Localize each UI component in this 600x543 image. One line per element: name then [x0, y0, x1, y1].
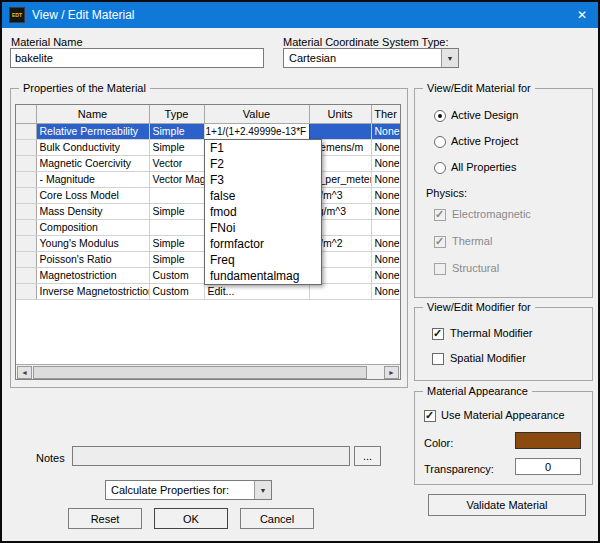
cell-name[interactable]: - Magnitude — [36, 171, 149, 187]
cell-name[interactable]: Poisson's Ratio — [36, 251, 149, 267]
row-selector[interactable] — [16, 251, 36, 267]
transparency-label: Transparency: — [424, 463, 494, 476]
checkbox-thermal-modifier[interactable] — [432, 328, 444, 340]
cell-type[interactable]: Simple — [149, 139, 204, 155]
autocomplete-item[interactable]: Freq — [205, 252, 321, 268]
autocomplete-item[interactable]: FNoi — [205, 220, 321, 236]
cell-thermal[interactable] — [371, 219, 400, 235]
color-swatch-button[interactable] — [515, 432, 581, 449]
validate-material-button[interactable]: Validate Material — [428, 494, 586, 516]
row-selector[interactable] — [16, 267, 36, 283]
col-header-units[interactable]: Units — [309, 105, 371, 123]
row-selector[interactable] — [16, 123, 36, 139]
autocomplete-item[interactable]: F2 — [205, 156, 321, 172]
cell-thermal[interactable]: None — [371, 155, 400, 171]
cell-thermal[interactable]: None — [371, 203, 400, 219]
row-selector[interactable] — [16, 155, 36, 171]
chevron-down-icon[interactable]: ▼ — [254, 481, 271, 499]
expression-autocomplete-list: F1 F2 F3 false fmod FNoi formfactor Freq… — [204, 139, 322, 285]
ok-button[interactable]: OK — [154, 508, 228, 529]
cell-name[interactable]: Bulk Conductivity — [36, 139, 149, 155]
cell-thermal[interactable]: None — [371, 139, 400, 155]
title-bar[interactable]: EDT View / Edit Material ✕ — [2, 2, 598, 28]
cell-name[interactable]: Relative Permeability — [36, 123, 149, 139]
cell-name[interactable]: Young's Modulus — [36, 235, 149, 251]
radio-active-design[interactable] — [434, 110, 446, 122]
checkbox-use-material-appearance-label[interactable]: Use Material Appearance — [441, 409, 565, 422]
app-icon: EDT — [9, 7, 25, 23]
cell-type[interactable]: Simple — [149, 203, 204, 219]
row-selector[interactable] — [16, 187, 36, 203]
table-row[interactable]: Relative Permeability Simple 1+1/(1+2.49… — [16, 123, 400, 139]
chevron-down-icon[interactable]: ▼ — [441, 49, 458, 67]
reset-button[interactable]: Reset — [68, 508, 142, 529]
col-header-thermal[interactable]: Ther — [371, 105, 400, 123]
cell-thermal[interactable]: None — [371, 267, 400, 283]
cell-type[interactable] — [149, 187, 204, 203]
notes-browse-button[interactable]: ... — [354, 446, 381, 466]
table-header-row: Name Type Value Units Ther — [16, 105, 400, 123]
transparency-button[interactable]: 0 — [515, 458, 581, 475]
radio-active-design-label[interactable]: Active Design — [451, 109, 518, 122]
row-selector[interactable] — [16, 219, 36, 235]
checkbox-thermal-modifier-label[interactable]: Thermal Modifier — [450, 327, 533, 340]
cell-type[interactable]: Custom — [149, 283, 204, 299]
checkbox-structural-label: Structural — [452, 262, 499, 275]
row-selector[interactable] — [16, 203, 36, 219]
cell-name[interactable]: Composition — [36, 219, 149, 235]
scrollbar-thumb[interactable] — [33, 366, 367, 379]
cell-thermal[interactable]: None — [371, 187, 400, 203]
radio-active-project[interactable] — [434, 136, 446, 148]
cell-units[interactable] — [309, 123, 371, 139]
autocomplete-item[interactable]: F3 — [205, 172, 321, 188]
cell-name[interactable]: Inverse Magnetostriction — [36, 283, 149, 299]
cancel-button[interactable]: Cancel — [240, 508, 314, 529]
checkbox-spatial-modifier-label[interactable]: Spatial Modifier — [450, 352, 526, 365]
row-selector[interactable] — [16, 139, 36, 155]
cell-type[interactable]: Simple — [149, 251, 204, 267]
row-selector[interactable] — [16, 235, 36, 251]
cell-type[interactable]: Custom — [149, 267, 204, 283]
checkbox-use-material-appearance[interactable] — [424, 410, 436, 422]
calculate-properties-dropdown[interactable]: Calculate Properties for: ▼ — [105, 480, 272, 500]
cell-name[interactable]: Magnetostriction — [36, 267, 149, 283]
cell-name[interactable]: Magnetic Coercivity — [36, 155, 149, 171]
cell-thermal[interactable]: None — [371, 251, 400, 267]
autocomplete-item[interactable]: formfactor — [205, 236, 321, 252]
autocomplete-item[interactable]: fmod — [205, 204, 321, 220]
cell-thermal[interactable]: None — [371, 171, 400, 187]
col-header-value[interactable]: Value — [204, 105, 309, 123]
col-header-type[interactable]: Type — [149, 105, 204, 123]
radio-active-project-label[interactable]: Active Project — [451, 135, 518, 148]
cell-type[interactable] — [149, 219, 204, 235]
cell-value[interactable]: Edit... — [204, 283, 309, 299]
row-selector[interactable] — [16, 171, 36, 187]
scroll-right-icon[interactable]: ► — [384, 366, 399, 379]
coord-system-dropdown[interactable]: Cartesian ▼ — [283, 48, 459, 68]
cell-thermal[interactable]: None — [371, 283, 400, 299]
close-icon[interactable]: ✕ — [566, 2, 598, 28]
radio-all-properties[interactable] — [434, 162, 446, 174]
cell-name[interactable]: Core Loss Model — [36, 187, 149, 203]
col-header-name[interactable]: Name — [36, 105, 149, 123]
cell-units[interactable] — [309, 283, 371, 299]
value-edit-cell[interactable]: 1+1/(1+2.49999e-13*F — [204, 123, 309, 139]
cell-type[interactable]: Simple — [149, 123, 204, 139]
cell-name[interactable]: Mass Density — [36, 203, 149, 219]
autocomplete-item[interactable]: F1 — [205, 140, 321, 156]
cell-thermal[interactable]: None — [371, 123, 400, 139]
cell-thermal[interactable]: None — [371, 235, 400, 251]
horizontal-scrollbar[interactable]: ◄ ► — [16, 364, 400, 379]
material-name-input[interactable]: bakelite — [10, 48, 264, 68]
scroll-left-icon[interactable]: ◄ — [17, 366, 32, 379]
cell-type[interactable]: Simple — [149, 235, 204, 251]
autocomplete-item[interactable]: fundamentalmag — [205, 268, 321, 284]
checkbox-spatial-modifier[interactable] — [432, 353, 444, 365]
cell-type[interactable]: Vector — [149, 155, 204, 171]
row-selector[interactable] — [16, 283, 36, 299]
notes-input[interactable] — [72, 446, 350, 466]
autocomplete-item[interactable]: false — [205, 188, 321, 204]
table-row[interactable]: Inverse Magnetostriction Custom Edit... … — [16, 283, 400, 299]
radio-all-properties-label[interactable]: All Properties — [451, 161, 516, 174]
cell-type[interactable]: Vector Mag — [149, 171, 204, 187]
